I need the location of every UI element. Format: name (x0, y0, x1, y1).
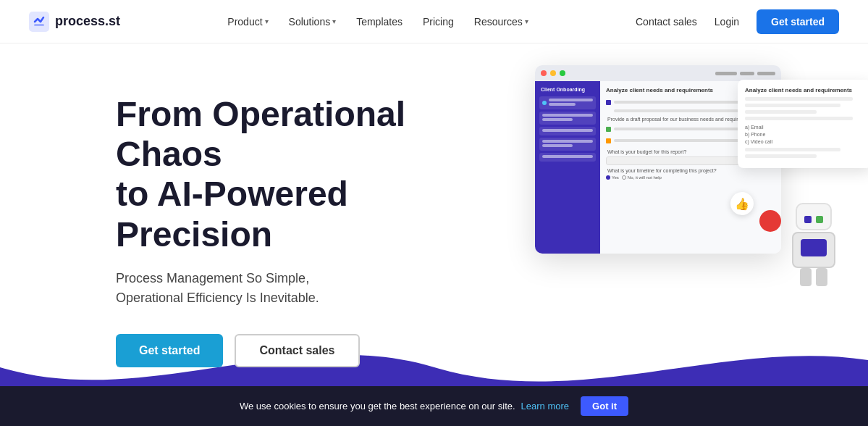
nav-resources[interactable]: Resources ▾ (465, 12, 537, 32)
nav-product[interactable]: Product ▾ (219, 12, 277, 32)
window-sidebar: Client Onboarding (535, 81, 600, 254)
logo-icon (29, 12, 49, 32)
nav-pricing[interactable]: Pricing (414, 12, 463, 32)
nav-right: Contact sales Login Get started (636, 9, 839, 34)
hero-contact-sales-button[interactable]: Contact sales (235, 334, 359, 367)
hero-app-image: Client Onboarding (535, 65, 846, 297)
ai-panel-title: Analyze client needs and requirements (745, 87, 864, 93)
accent-circle (759, 210, 781, 232)
robot-leg-left (800, 268, 812, 286)
svg-rect-1 (34, 24, 44, 26)
window-minimize-dot (550, 70, 556, 76)
chevron-down-icon: ▾ (265, 17, 269, 25)
cookie-got-it-button[interactable]: Got it (581, 396, 628, 416)
sidebar-item (539, 153, 596, 162)
cookie-learn-more-link[interactable]: Learn more (521, 401, 569, 412)
robot-illustration (781, 203, 846, 297)
svg-rect-0 (29, 12, 49, 32)
sidebar-item (539, 138, 596, 151)
robot-screen (801, 239, 827, 256)
robot-legs (781, 268, 846, 286)
robot-torso (792, 232, 835, 268)
window-close-dot (541, 70, 547, 76)
chevron-down-icon: ▾ (332, 17, 336, 25)
window-maximize-dot (560, 70, 565, 76)
nav-solutions[interactable]: Solutions ▾ (280, 12, 345, 32)
robot-eye-right (816, 216, 823, 223)
cookie-banner: We use cookies to ensure you get the bes… (0, 386, 868, 426)
window-titlebar (535, 65, 781, 81)
sidebar-item (539, 112, 596, 125)
hero-get-started-button[interactable]: Get started (116, 334, 223, 367)
logo-text: process.st (55, 14, 120, 29)
get-started-button[interactable]: Get started (757, 9, 839, 34)
hero-content: From Operational Chaos to AI-Powered Pre… (0, 43, 420, 411)
status-dot (542, 101, 547, 105)
login-link[interactable]: Login (706, 12, 748, 32)
nav-templates[interactable]: Templates (347, 12, 411, 32)
ai-panel: Analyze client needs and requirements a)… (738, 80, 868, 168)
robot-eye-left (804, 216, 812, 223)
logo[interactable]: process.st (29, 12, 120, 32)
cookie-text: We use cookies to ensure you get the bes… (240, 401, 515, 412)
hero-subtitle: Process Management So Simple,Operational… (116, 269, 420, 308)
robot-leg-right (816, 268, 827, 286)
sidebar-item (539, 96, 596, 109)
hero-title: From Operational Chaos to AI-Powered Pre… (116, 94, 420, 254)
nav-links: Product ▾ Solutions ▾ Templates Pricing … (219, 12, 536, 32)
chevron-down-icon: ▾ (525, 17, 528, 25)
robot-head (796, 203, 832, 230)
thumbs-up-icon: 👍 (730, 192, 754, 215)
hero-buttons: Get started Contact sales (116, 334, 420, 367)
navbar: process.st Product ▾ Solutions ▾ Templat… (0, 0, 868, 43)
sidebar-item (539, 127, 596, 135)
sidebar-header: Client Onboarding (539, 87, 596, 92)
hero-section: From Operational Chaos to AI-Powered Pre… (0, 43, 868, 411)
contact-sales-link[interactable]: Contact sales (636, 16, 697, 28)
